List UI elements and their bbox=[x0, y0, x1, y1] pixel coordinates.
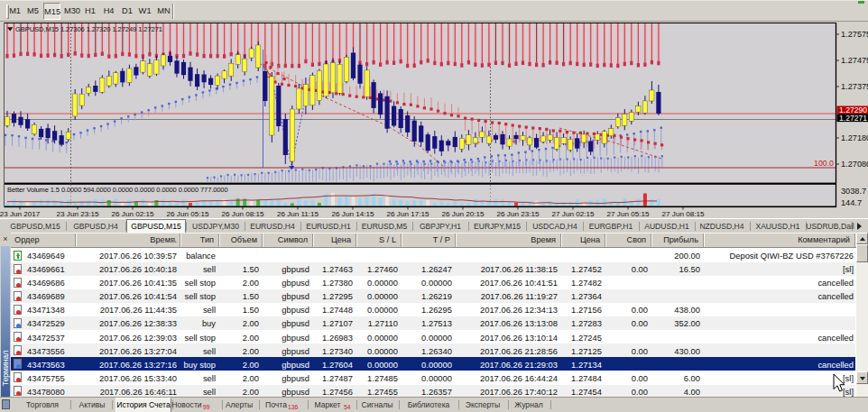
svg-text:26 Jun 11:15: 26 Jun 11:15 bbox=[277, 210, 319, 218]
svg-text:1.27080: 1.27080 bbox=[841, 160, 868, 169]
svg-text:26 Jun 17:15: 26 Jun 17:15 bbox=[387, 210, 429, 218]
svg-text:1.27375: 1.27375 bbox=[841, 82, 868, 91]
svg-text:GBPUSD,M15 1.27306 1.27320 1.: GBPUSD,M15 1.27306 1.27320 1.27249 1.272… bbox=[15, 25, 162, 33]
svg-text:26 Jun 14:15: 26 Jun 14:15 bbox=[332, 210, 374, 218]
svg-text:26 Jun 23:15: 26 Jun 23:15 bbox=[497, 210, 540, 218]
svg-text:27 Jun 08:15: 27 Jun 08:15 bbox=[662, 210, 705, 218]
svg-text:26 Jun 05:15: 26 Jun 05:15 bbox=[167, 210, 209, 218]
svg-text:100.0: 100.0 bbox=[814, 159, 834, 168]
svg-text:26 Jun 08:15: 26 Jun 08:15 bbox=[222, 210, 264, 218]
svg-text:26 Jun 20:15: 26 Jun 20:15 bbox=[442, 210, 485, 218]
svg-text:3038.7: 3038.7 bbox=[841, 187, 866, 196]
svg-text:27 Jun 02:15: 27 Jun 02:15 bbox=[552, 210, 595, 218]
svg-text:27 Jun 05:15: 27 Jun 05:15 bbox=[607, 210, 650, 218]
svg-text:144.7: 144.7 bbox=[841, 198, 862, 207]
svg-text:1.27180: 1.27180 bbox=[841, 133, 868, 142]
svg-text:26 Jun 02:15: 26 Jun 02:15 bbox=[112, 210, 154, 218]
svg-text:1.27475: 1.27475 bbox=[841, 56, 868, 65]
svg-text:1.27271: 1.27271 bbox=[839, 114, 867, 123]
svg-text:Better Volume 1.5 0.0000 594.0: Better Volume 1.5 0.0000 594.0000 0.0000… bbox=[7, 186, 227, 194]
svg-text:23 Jun 23:15: 23 Jun 23:15 bbox=[57, 210, 99, 218]
svg-text:23 Jun 2017: 23 Jun 2017 bbox=[0, 210, 41, 218]
svg-text:1.27575: 1.27575 bbox=[841, 30, 868, 39]
